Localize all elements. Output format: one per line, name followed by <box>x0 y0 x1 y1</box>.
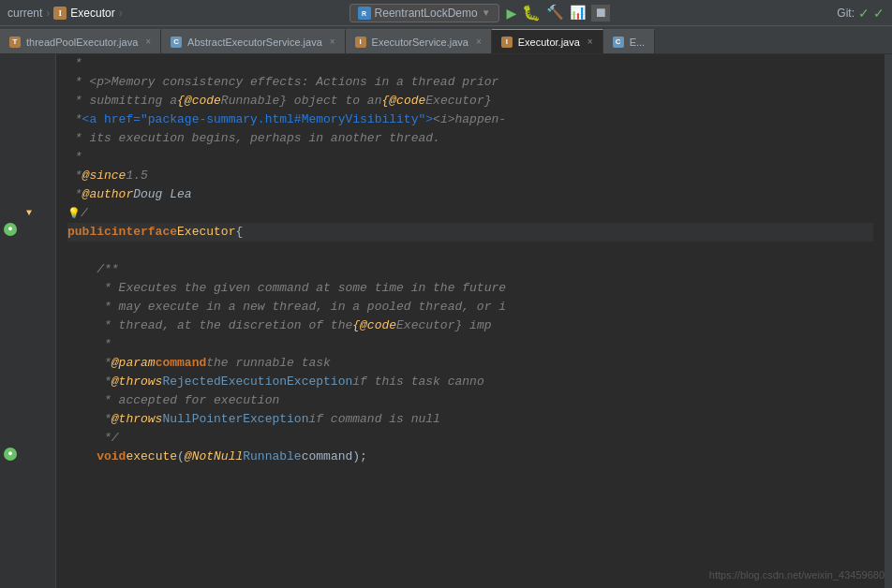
breadcrumb-current: current <box>7 7 42 20</box>
editor-container: ▼ ● ● * * <p>Memory consistency effects:… <box>0 54 892 588</box>
scrollbar[interactable] <box>885 54 892 588</box>
stop-button[interactable]: ⏹ <box>591 5 610 22</box>
tab-icon-abstractexecutorservice: C <box>171 37 182 48</box>
git-check-1[interactable]: ✓ <box>858 6 870 21</box>
code-line-7: * @since 1.5 <box>67 167 873 185</box>
git-check-2[interactable]: ✓ <box>873 6 885 21</box>
gutter: ▼ ● ● <box>0 54 56 588</box>
tab-label-executorservice: ExecutorService.java <box>372 37 468 48</box>
fold-gutter: ▼ <box>26 54 32 242</box>
breadcrumb: current › I Executor › <box>7 7 123 20</box>
code-line-1: * <box>67 54 873 73</box>
tab-executor[interactable]: I Executor.java × <box>492 29 603 53</box>
code-line-12: /** <box>67 260 873 279</box>
tab-icon-executorservice: I <box>355 37 366 48</box>
code-line-21: */ <box>67 429 873 448</box>
tab-abstractexecutorservice[interactable]: C AbstractExecutorService.java × <box>161 29 346 53</box>
fold-icon-comment[interactable]: ▼ <box>26 204 32 223</box>
debug-button[interactable]: 🐛 <box>522 4 541 22</box>
code-line-10: public interface Executor { <box>67 223 873 242</box>
code-line-5: * its execution begins, perhaps in anoth… <box>67 129 873 148</box>
code-line-3: * submitting a {@code Runnable} object t… <box>67 92 873 110</box>
code-line-8: * @author Doug Lea <box>67 185 873 204</box>
code-line-18: * @throws RejectedExecutionException if … <box>67 373 873 391</box>
code-line-19: * accepted for execution <box>67 391 873 410</box>
execution-marker: ● <box>4 223 17 236</box>
tab-threadpoolexecutor[interactable]: T threadPoolExecutor.java × <box>0 29 161 53</box>
svg-text:R: R <box>362 10 366 17</box>
code-line-22: void execute( @NotNull Runnable command)… <box>67 448 873 466</box>
code-line-15: * thread, at the discretion of the {@cod… <box>67 316 873 335</box>
build-button[interactable]: 🔨 <box>546 4 564 22</box>
tab-label-executor: Executor.java <box>518 37 580 48</box>
dropdown-icon: ▼ <box>482 7 491 18</box>
toolbar-center: R ReentrantLockDemo ▼ ▶ 🐛 🔨 📊 ⏹ <box>128 3 832 23</box>
code-line-2: * <p>Memory consistency effects: Actions… <box>67 73 873 92</box>
tab-executorservice[interactable]: I ExecutorService.java × <box>346 29 492 53</box>
code-line-9: 💡/ <box>67 204 873 223</box>
tabs-bar: T threadPoolExecutor.java × C AbstractEx… <box>0 26 892 54</box>
git-label: Git: <box>837 7 855 20</box>
code-line-6: * <box>67 148 873 167</box>
run-config-icon: R <box>358 7 371 20</box>
breakpoint-marker: ● <box>4 448 17 461</box>
run-config-label: ReentrantLockDemo <box>375 7 478 20</box>
code-line-13: * Executes the given command at some tim… <box>67 279 873 298</box>
title-bar: current › I Executor › R ReentrantLockDe… <box>0 0 892 26</box>
code-area[interactable]: * * <p>Memory consistency effects: Actio… <box>56 54 885 588</box>
tab-close-threadpoolexecutor[interactable]: × <box>145 37 151 47</box>
code-line-14: * may execute in a new thread, in a pool… <box>67 298 873 316</box>
tab-label-threadpoolexecutor: threadPoolExecutor.java <box>26 37 138 48</box>
run-button[interactable]: ▶ <box>507 3 517 23</box>
toolbar-buttons: ▶ 🐛 🔨 📊 ⏹ <box>507 3 611 23</box>
tab-label-abstractexecutorservice: AbstractExecutorService.java <box>187 37 322 48</box>
tab-icon-threadpoolexecutor: T <box>9 37 21 48</box>
tab-close-executor[interactable]: × <box>587 37 593 47</box>
watermark: https://blog.csdn.net/weixin_43459680 <box>709 569 885 581</box>
code-line-16: * <box>67 335 873 354</box>
breadcrumb-executor: Executor <box>70 7 114 20</box>
code-line-20: * @throws NullPointerException if comman… <box>67 410 873 429</box>
breadcrumb-icon: I <box>53 7 67 20</box>
tab-close-executorservice[interactable]: × <box>476 37 482 47</box>
git-section: Git: ✓ ✓ <box>837 6 885 21</box>
code-line-17: * @param command the runnable task <box>67 354 873 373</box>
tab-icon-executor2: C <box>613 37 624 48</box>
code-line-11 <box>67 242 873 260</box>
tab-icon-executor: I <box>501 37 513 48</box>
fold-button-comment[interactable]: 💡 <box>67 204 81 223</box>
tab-executor2[interactable]: C E... <box>603 29 656 53</box>
tab-label-executor2: E... <box>630 37 646 48</box>
code-line-4: * <a href="package-summary.html#MemoryVi… <box>67 110 873 129</box>
profile-button[interactable]: 📊 <box>570 5 586 21</box>
tab-close-abstractexecutorservice[interactable]: × <box>330 37 335 47</box>
run-config-dropdown[interactable]: R ReentrantLockDemo ▼ <box>349 4 499 22</box>
